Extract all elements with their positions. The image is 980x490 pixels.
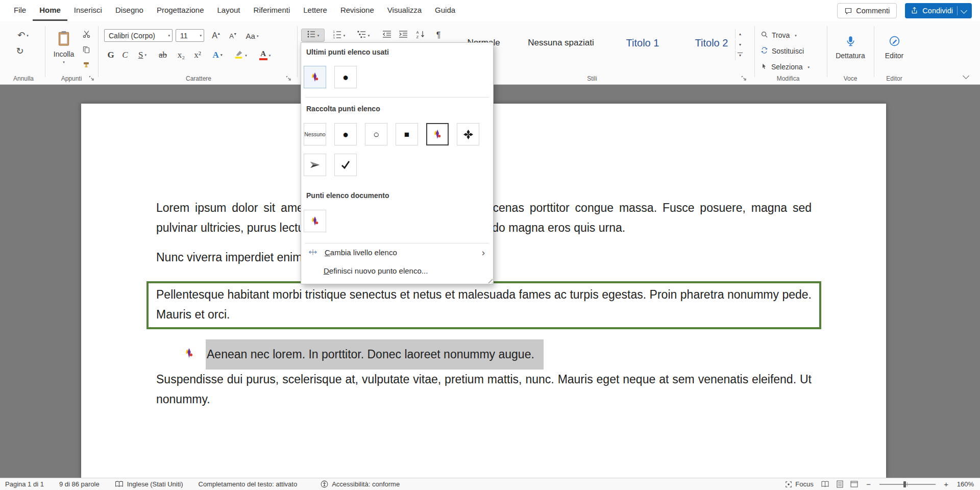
font-size-combo[interactable]: 11 ▾	[176, 29, 204, 42]
tab-disegno[interactable]: Disegno	[109, 0, 150, 21]
web-layout-button[interactable]	[850, 481, 858, 487]
up-triangle-icon: ▴	[218, 31, 220, 36]
show-formatting-button[interactable]: ¶	[432, 29, 445, 42]
styles-scroll-up-button[interactable]: ▴	[735, 29, 745, 39]
decrease-indent-button[interactable]	[380, 29, 394, 42]
paragraph-3[interactable]: Pellentesque habitant morbi tristique se…	[156, 285, 812, 325]
tab-layout[interactable]: Layout	[211, 0, 247, 21]
word-count[interactable]: 9 di 86 parole	[59, 480, 100, 488]
share-button[interactable]: Condividi	[905, 3, 972, 18]
tab-revisione[interactable]: Revisione	[334, 0, 381, 21]
share-label: Condividi	[922, 7, 953, 15]
collapse-ribbon-button[interactable]	[960, 69, 972, 82]
replace-button[interactable]: Sostituisci	[761, 44, 804, 58]
paste-button[interactable]: Incolla ▾	[50, 26, 78, 68]
subscript-button[interactable]: x₂	[174, 48, 189, 62]
tab-file[interactable]: File	[7, 0, 33, 21]
tab-progettazione[interactable]: Progettazione	[150, 0, 211, 21]
zoom-thumb[interactable]	[903, 481, 906, 487]
page-indicator[interactable]: Pagina 1 di 1	[5, 480, 44, 488]
styles-scroll-down-button[interactable]: ▾	[735, 40, 745, 50]
proofing-book-icon[interactable]	[115, 481, 124, 487]
tab-lettere[interactable]: Lettere	[297, 0, 334, 21]
redo-button[interactable]: ↻	[12, 44, 28, 58]
style-nessuna-spaziatura[interactable]: Nessuna spaziati	[518, 28, 604, 58]
zoom-level[interactable]: 160%	[957, 480, 974, 488]
multilevel-list-button[interactable]: ▾	[352, 29, 375, 42]
strikethrough-label: ab	[159, 50, 167, 60]
ribbon-tabs: File Home Inserisci Disegno Progettazion…	[0, 0, 462, 21]
change-case-button[interactable]: Aa▾	[242, 29, 262, 42]
print-layout-button[interactable]	[837, 480, 843, 488]
styles-dialog-launcher[interactable]	[740, 75, 747, 82]
tab-guida[interactable]: Guida	[428, 0, 462, 21]
underline-button[interactable]: S▾	[133, 48, 152, 62]
change-list-level-item[interactable]: Cambia livello elenco ›	[304, 245, 490, 259]
superscript-button[interactable]: x²	[190, 48, 205, 62]
styles-gallery-expand-button[interactable]: ▾	[735, 51, 745, 60]
paragraph-5[interactable]: Suspendisse dui purus, scelerisque at, v…	[156, 370, 812, 409]
focus-mode-button[interactable]: Focus	[785, 480, 813, 488]
style-titolo-2[interactable]: Titolo 2	[681, 28, 742, 58]
select-button[interactable]: Seleziona ▾	[761, 60, 810, 74]
font-family-combo[interactable]: Calibri (Corpo) ▾	[104, 29, 173, 42]
comments-button[interactable]: Commenti	[837, 3, 897, 18]
bold-button[interactable]: G	[104, 48, 117, 62]
chevron-down-icon: ▾	[795, 34, 797, 37]
tab-visualizza[interactable]: Visualizza	[381, 0, 428, 21]
strikethrough-button[interactable]: ab	[154, 48, 172, 62]
bullet-option-arrow[interactable]	[304, 154, 326, 176]
zoom-in-button[interactable]: +	[943, 480, 950, 488]
font-color-letter: A	[260, 50, 266, 58]
clipboard-dialog-launcher[interactable]	[88, 75, 95, 82]
copy-icon	[82, 45, 90, 56]
bullet-option-none[interactable]: Nessuno	[304, 123, 326, 145]
bullet-option-square[interactable]: ■	[396, 123, 418, 145]
font-color-button[interactable]: A ▾	[253, 48, 277, 62]
accessibility-status[interactable]: Accessibilità: conforme	[332, 480, 400, 488]
dictate-button[interactable]: Dettatura	[831, 26, 870, 68]
highlight-color-button[interactable]: ▾	[230, 48, 251, 62]
chevron-down-icon: ▾	[144, 54, 146, 57]
cut-button[interactable]	[80, 28, 93, 41]
copy-button[interactable]	[80, 44, 93, 57]
text-completion-indicator[interactable]: Completamento del testo: attivato	[199, 480, 298, 488]
font-dialog-launcher[interactable]	[285, 75, 292, 82]
bullet-option-custom-selected[interactable]	[426, 123, 449, 145]
bordered-paragraph[interactable]: Pellentesque habitant morbi tristique se…	[146, 281, 821, 329]
text-effects-button[interactable]: A▾	[207, 48, 228, 62]
find-button[interactable]: Trova ▾	[761, 29, 797, 42]
bullet-option-dot-recent[interactable]: ●	[334, 66, 357, 88]
submenu-arrow-icon: ›	[482, 248, 485, 257]
shrink-font-button[interactable]: A▾	[226, 29, 240, 42]
tab-riferimenti[interactable]: Riferimenti	[247, 0, 297, 21]
numbering-button[interactable]: 123 ▾	[328, 29, 350, 42]
tab-inserisci[interactable]: Inserisci	[67, 0, 109, 21]
bullet-option-check[interactable]	[334, 154, 357, 176]
tab-home[interactable]: Home	[33, 0, 67, 21]
bullet-option-custom-recent[interactable]	[304, 66, 326, 88]
bullet-list-item[interactable]: Aenean nec lorem. In porttitor. Donec la…	[184, 339, 812, 370]
italic-button[interactable]: C	[118, 48, 132, 62]
zoom-slider[interactable]	[879, 481, 936, 488]
format-painter-icon	[82, 61, 90, 71]
zoom-out-button[interactable]: −	[865, 480, 872, 488]
read-mode-button[interactable]	[821, 481, 829, 487]
style-titolo-1[interactable]: Titolo 1	[612, 28, 673, 58]
styles-group-label: Stili	[541, 75, 643, 82]
editor-button[interactable]: Editor	[878, 26, 911, 68]
undo-button[interactable]: ↶▾	[11, 29, 35, 42]
bullet-option-circle[interactable]: ○	[365, 123, 387, 145]
replace-label: Sostituisci	[772, 47, 804, 55]
format-painter-button[interactable]	[80, 60, 93, 73]
increase-indent-button[interactable]	[396, 29, 410, 42]
bullet-option-custom-document[interactable]	[304, 210, 326, 232]
sort-button[interactable]: AZ	[412, 29, 429, 42]
language-indicator[interactable]: Inglese (Stati Uniti)	[127, 480, 183, 488]
grow-font-button[interactable]: A▴	[208, 29, 224, 42]
bullet-option-dot[interactable]: ●	[334, 123, 357, 145]
define-new-bullet-item[interactable]: Definisci nuovo punto elenco...	[304, 263, 490, 278]
bullets-button[interactable]: ▾	[301, 29, 325, 42]
selected-text[interactable]: Aenean nec lorem. In porttitor. Donec la…	[206, 339, 544, 370]
bullet-option-diamonds[interactable]	[457, 123, 479, 145]
